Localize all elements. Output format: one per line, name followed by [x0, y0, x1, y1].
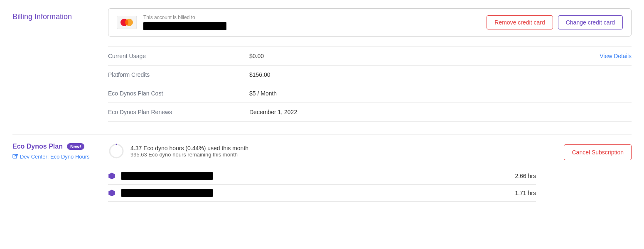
eco-content: 4.37 Eco dyno hours (0.44%) used this mo…: [108, 143, 536, 202]
eco-plan-renews-label: Eco Dynos Plan Renews: [108, 109, 249, 115]
dyno-hex-icon: [108, 172, 116, 180]
svg-marker-7: [108, 190, 115, 196]
dyno-name-redacted: [121, 189, 213, 197]
eco-actions: Cancel Subscription: [548, 143, 632, 160]
billing-row-eco-plan-renews: Eco Dynos Plan Renews December 1, 2022: [108, 103, 632, 122]
mastercard-icon: [117, 16, 137, 29]
change-credit-card-button[interactable]: Change credit card: [558, 15, 623, 29]
external-link-icon: [12, 154, 18, 160]
dev-center-link[interactable]: Dev Center: Eco Dyno Hours: [12, 154, 96, 160]
billing-row-current-usage: Current Usage $0.00 View Details: [108, 46, 632, 66]
billing-details: Current Usage $0.00 View Details Platfor…: [108, 46, 632, 122]
billing-information-label: Billing Information: [12, 8, 96, 122]
eco-plan-title: Eco Dynos Plan New!: [12, 143, 96, 150]
svg-marker-6: [108, 173, 115, 179]
usage-primary: 4.37 Eco dyno hours (0.44%) used this mo…: [130, 145, 536, 151]
billing-row-platform-credits: Platform Credits $156.00: [108, 66, 632, 84]
eco-plan-renews-value: December 1, 2022: [249, 109, 632, 115]
view-details-link[interactable]: View Details: [600, 53, 632, 59]
credit-card-box: This account is billed to Remove credit …: [108, 8, 632, 37]
eco-plan-cost-value: $5 / Month: [249, 90, 632, 97]
current-usage-label: Current Usage: [108, 53, 249, 59]
billing-row-eco-plan-cost: Eco Dynos Plan Cost $5 / Month: [108, 84, 632, 103]
eco-plan-name: Eco Dynos Plan: [12, 143, 63, 150]
dev-center-link-text: Dev Center: Eco Dyno Hours: [20, 154, 90, 160]
dyno-rows: 2.66 hrs 1.71 hrs: [108, 168, 536, 202]
svg-point-4: [110, 144, 123, 158]
platform-credits-label: Platform Credits: [108, 71, 249, 78]
current-usage-value: $0.00: [249, 53, 600, 59]
platform-credits-value: $156.00: [249, 71, 632, 78]
card-actions: Remove credit card Change credit card: [487, 15, 623, 29]
dyno-row: 2.66 hrs: [108, 168, 536, 185]
cancel-subscription-button[interactable]: Cancel Subscription: [564, 144, 632, 160]
dyno-name-redacted: [121, 172, 213, 180]
usage-secondary: 995.63 Eco dyno hours remaining this mon…: [130, 151, 536, 158]
section-divider: [12, 134, 632, 134]
usage-text: 4.37 Eco dyno hours (0.44%) used this mo…: [130, 145, 536, 158]
card-info: This account is billed to: [143, 15, 480, 30]
dyno-hours-2: 1.71 hrs: [511, 190, 536, 196]
dyno-hex-icon: [108, 189, 116, 197]
circle-progress-icon: [108, 143, 125, 159]
billing-content: This account is billed to Remove credit …: [108, 8, 632, 122]
dyno-row: 1.71 hrs: [108, 185, 536, 202]
eco-plan-cost-label: Eco Dynos Plan Cost: [108, 90, 249, 97]
dyno-hours-1: 2.66 hrs: [511, 173, 536, 179]
card-number-redacted: [143, 22, 226, 30]
remove-credit-card-button[interactable]: Remove credit card: [487, 15, 553, 29]
billed-to-label: This account is billed to: [143, 15, 480, 20]
usage-row: 4.37 Eco dyno hours (0.44%) used this mo…: [108, 143, 536, 159]
new-badge: New!: [67, 143, 84, 150]
eco-section-label: Eco Dynos Plan New! Dev Center: Eco Dyno…: [12, 143, 96, 160]
